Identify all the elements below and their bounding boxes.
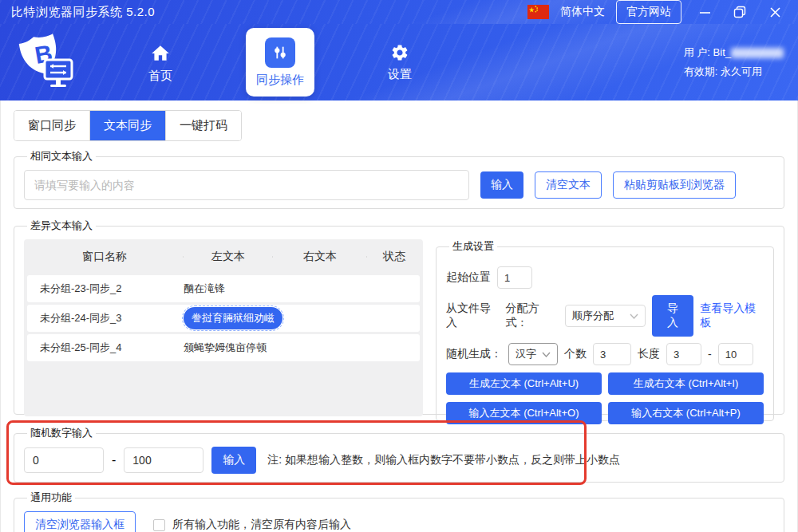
nav-item-label: 首页: [148, 69, 172, 84]
length-min-input[interactable]: [666, 343, 701, 365]
common-functions-section: 通用功能 清空浏览器输入框 所有输入功能，清空原有内容后输入: [14, 491, 784, 532]
close-button[interactable]: [763, 1, 787, 23]
table-row[interactable]: 未分组-25-同步_4 颁蝇挚姆傀亩停顿: [27, 334, 420, 361]
clear-browser-inputs-button[interactable]: 清空浏览器输入框: [24, 511, 136, 532]
app-window: 比特浏览器同步系统 5.2.0 简体中文 官方网站: [0, 0, 798, 532]
official-site-button[interactable]: 官方网站: [616, 0, 681, 24]
col-window-name: 窗口名称: [26, 250, 184, 264]
random-number-note: 注: 如果想输入整数，则输入框内数字不要带小数点，反之则带上小数点: [267, 453, 620, 467]
user-name-redacted: [731, 48, 784, 58]
row-left-text[interactable]: 誊挝育脼狱细劝嵫: [184, 307, 273, 329]
tab-one-click-captcha[interactable]: 一键打码: [166, 111, 241, 140]
checkbox-label: 所有输入功能，清空原有内容后输入: [172, 518, 351, 532]
tab-text-sync[interactable]: 文本同步: [90, 111, 166, 140]
title-bar: 比特浏览器同步系统 5.2.0 简体中文 官方网站: [0, 0, 798, 24]
main-content: 窗口同步 文本同步 一键打码 相同文本输入 输入 清空文本 粘贴剪贴板到浏览器 …: [0, 100, 798, 532]
import-from-file-label: 从文件导入: [446, 301, 499, 330]
sliders-icon: [265, 37, 295, 68]
tab-window-sync[interactable]: 窗口同步: [14, 111, 90, 140]
validity-label: 有效期: 永久可用: [684, 62, 784, 81]
restore-button[interactable]: [728, 1, 752, 23]
col-left-text: 左文本: [184, 250, 273, 264]
length-label: 长度: [638, 347, 660, 361]
paste-clipboard-button[interactable]: 粘贴剪贴板到浏览器: [613, 171, 736, 199]
nav-item-sync-operations[interactable]: 同步操作: [246, 28, 314, 97]
same-text-section: 相同文本输入 输入 清空文本 粘贴剪贴板到浏览器: [14, 149, 784, 209]
common-functions-legend: 通用功能: [27, 491, 75, 505]
import-button[interactable]: 导入: [652, 295, 694, 337]
random-number-enter-button[interactable]: 输入: [211, 447, 256, 474]
china-flag-icon: [527, 5, 549, 19]
random-max-input[interactable]: [124, 447, 203, 473]
range-dash: -: [112, 453, 116, 467]
random-generate-label: 随机生成：: [446, 347, 502, 361]
start-position-label: 起始位置: [446, 270, 491, 285]
row-window-name: 未分组-23-同步_2: [27, 282, 184, 296]
col-right-text: 右文本: [273, 250, 367, 264]
nav-item-label: 同步操作: [256, 73, 304, 88]
same-text-input[interactable]: [24, 170, 469, 200]
generate-settings-section: 生成设置 起始位置 从文件导入 分配方式： 顺序分配 导入 查看导入模板: [436, 239, 774, 421]
gear-icon: [390, 43, 409, 62]
nav-item-settings[interactable]: 设置: [365, 24, 434, 82]
clear-before-input-checkbox[interactable]: [153, 519, 165, 531]
diff-text-table: 窗口名称 左文本 右文本 状态 未分组-23-同步_2 酗在滝锋 未分组-24-…: [24, 239, 423, 416]
chevron-down-icon: [630, 313, 638, 319]
input-right-text-button[interactable]: 输入右文本 (Ctrl+Alt+P): [608, 402, 764, 424]
app-logo: B: [14, 31, 81, 93]
diff-text-legend: 差异文本输入: [27, 219, 96, 233]
clear-text-button[interactable]: 清空文本: [535, 171, 602, 199]
language-selector[interactable]: 简体中文: [560, 5, 605, 19]
table-header: 窗口名称 左文本 右文本 状态: [26, 241, 421, 273]
row-window-name: 未分组-24-同步_3: [27, 311, 184, 325]
length-dash: -: [708, 348, 712, 361]
random-type-value: 汉字: [516, 347, 536, 361]
minimize-button[interactable]: [693, 1, 717, 23]
row-left-text[interactable]: 颁蝇挚姆傀亩停顿: [184, 341, 273, 355]
length-max-input[interactable]: [718, 343, 753, 365]
nav-bar: B 首页 同步操作: [0, 24, 798, 100]
dispatch-mode-label: 分配方式：: [505, 301, 558, 330]
count-label: 个数: [564, 347, 587, 361]
user-label: 用 户: Bit_: [684, 46, 731, 58]
row-window-name: 未分组-25-同步_4: [27, 341, 184, 355]
view-import-template-link[interactable]: 查看导入模板: [700, 301, 764, 330]
random-number-legend: 随机数字输入: [27, 426, 96, 440]
nav-item-home[interactable]: 首页: [126, 24, 195, 84]
tab-bar: 窗口同步 文本同步 一键打码: [14, 110, 242, 141]
selected-left-text-cell[interactable]: 誊挝育脼狱细劝嵫: [184, 307, 282, 329]
table-row[interactable]: 未分组-24-同步_3 誊挝育脼狱细劝嵫: [27, 305, 420, 332]
row-left-text[interactable]: 酗在滝锋: [184, 282, 273, 296]
start-position-input[interactable]: [497, 266, 532, 289]
home-icon: [150, 43, 171, 64]
random-type-select[interactable]: 汉字: [508, 343, 558, 365]
random-number-section: 随机数字输入 - 输入 注: 如果想输入整数，则输入框内数字不要带小数点，反之则…: [14, 426, 784, 483]
diff-text-section: 差异文本输入 窗口名称 左文本 右文本 状态 未分组-23-同步_2 酗在滝锋 …: [14, 219, 784, 415]
nav-item-label: 设置: [388, 67, 412, 82]
col-status: 状态: [367, 250, 421, 264]
generate-left-text-button[interactable]: 生成左文本 (Ctrl+Alt+U): [446, 372, 602, 395]
generate-right-text-button[interactable]: 生成右文本 (Ctrl+Alt+I): [608, 372, 764, 395]
random-min-input[interactable]: [24, 447, 104, 473]
user-info: 用 户: Bit_ 有效期: 永久可用: [684, 43, 784, 81]
count-input[interactable]: [593, 343, 631, 365]
app-title: 比特浏览器同步系统 5.2.0: [11, 5, 155, 20]
same-text-enter-button[interactable]: 输入: [480, 171, 523, 199]
dispatch-mode-value: 顺序分配: [572, 309, 614, 323]
same-text-legend: 相同文本输入: [27, 149, 96, 164]
table-row[interactable]: 未分组-23-同步_2 酗在滝锋: [27, 275, 420, 302]
generate-settings-legend: 生成设置: [449, 239, 497, 254]
dispatch-mode-select[interactable]: 顺序分配: [565, 305, 646, 327]
input-left-text-button[interactable]: 输入左文本 (Ctrl+Alt+O): [446, 402, 602, 424]
chevron-down-icon: [542, 352, 551, 357]
